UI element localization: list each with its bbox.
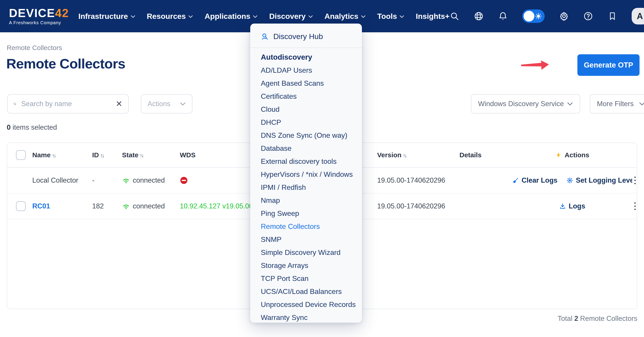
nav-menu-discovery[interactable]: Discovery [269,12,313,21]
menu-item-unprocessed-device-records[interactable]: Unprocessed Device Records [250,298,362,311]
nav-menu-label: Insights+ [416,12,449,21]
menu-item-remote-collectors[interactable]: Remote Collectors [250,220,362,233]
brand-logo[interactable]: DEVICE42 A Freshworks Company [9,7,69,25]
breadcrumb: Remote Collectors [7,44,62,52]
menu-item-nmap[interactable]: Nmap [250,194,362,207]
avatar[interactable]: A [632,8,644,25]
menu-item-ipmi-redfish[interactable]: IPMI / Redfish [250,181,362,194]
menu-item-external-discovery-tools[interactable]: External discovery tools [250,155,362,168]
menu-divider [250,48,362,48]
nav-menu-infrastructure[interactable]: Infrastructure [78,12,135,21]
header-state[interactable]: State↑↓ [122,151,143,159]
actions-label: Actions [148,100,170,108]
set-logging-icon [566,177,573,184]
header-name[interactable]: Name↑↓ [32,151,56,159]
sort-icon: ↑↓ [403,153,406,158]
wds-filter-dropdown[interactable]: Windows Discovery Service [471,94,580,114]
row-id-cell: - [92,176,94,184]
navbar-utilities: A [450,8,644,25]
select-all-checkbox[interactable] [16,150,26,160]
row-kebab-menu[interactable] [630,202,640,210]
menu-section-autodiscovery: Autodiscovery [250,51,362,64]
collector-link[interactable]: RC01 [32,202,50,210]
chevron-down-icon [308,15,313,18]
theme-toggle[interactable] [522,10,545,23]
wds-blocked-icon [180,176,188,184]
globe-icon[interactable] [474,11,484,21]
more-filters-dropdown[interactable]: More Filters [590,94,644,114]
row-state-cell: connected [122,176,165,184]
chevron-down-icon [180,102,186,106]
action-logs[interactable]: Logs [559,202,585,210]
search-icon[interactable] [450,11,460,21]
menu-item-warranty-sync[interactable]: Warranty Sync [250,311,362,324]
bookmark-icon[interactable] [608,11,617,21]
actions-dropdown[interactable]: Actions [141,94,192,114]
nav-menu-label: Applications [204,12,250,21]
clear-search-icon[interactable]: ✕ [116,100,122,108]
menu-item-tcp-port-scan[interactable]: TCP Port Scan [250,272,362,285]
chevron-down-icon [361,15,366,18]
row-kebab-menu[interactable] [630,177,640,184]
discovery-menu-list: AutodiscoveryAD/LDAP UsersAgent Based Sc… [250,51,362,324]
menu-item-ad-ldap-users[interactable]: AD/LDAP Users [250,64,362,77]
menu-item-certificates[interactable]: Certificates [250,90,362,103]
nav-menu-applications[interactable]: Applications [204,12,258,21]
nav-menu-insights-[interactable]: Insights+ [416,12,449,21]
wifi-connected-icon [122,176,130,184]
generate-otp-button[interactable]: Generate OTP [578,54,640,76]
row-wds-cell: 10.92.45.127 v19.05.00.1 [180,202,259,210]
sort-icon: ↑↓ [140,153,143,158]
action-label: Logs [569,202,585,210]
page-title: Remote Collectors [6,56,125,72]
brand-wordmark: DEVICE42 [9,7,69,19]
row-checkbox[interactable] [16,201,26,211]
row-name-cell: RC01 [32,202,50,210]
search-input-icon [14,100,16,108]
discovery-dropdown-menu: Discovery Hub AutodiscoveryAD/LDAP Users… [250,24,362,323]
nav-menu-resources[interactable]: Resources [147,12,193,21]
nav-menu-label: Resources [147,12,186,21]
bell-icon[interactable] [498,11,508,21]
sun-icon [535,13,542,21]
toggle-knob [524,11,534,22]
menu-item-discovery-hub[interactable]: Discovery Hub [250,29,362,45]
help-icon[interactable] [583,11,593,21]
action-label: Clear Logs [522,176,558,184]
action-clear-logs[interactable]: Clear Logs [512,176,558,184]
download-logs-icon [559,203,566,210]
kebab-icon [634,202,636,210]
header-version[interactable]: Version↑↓ [377,151,406,159]
row-checkbox-cell [16,201,26,211]
action-label: Set Logging Level [576,176,632,184]
header-details: Details [460,151,482,159]
nav-menu-analytics[interactable]: Analytics [324,12,366,21]
row-actions-cell: Clear LogsSet Logging Level [500,176,644,184]
menu-item-database[interactable]: Database [250,142,362,155]
menu-item-cloud[interactable]: Cloud [250,103,362,116]
gear-icon[interactable] [559,11,569,21]
wifi-connected-icon [122,202,130,210]
menu-item-storage-arrays[interactable]: Storage Arrays [250,259,362,272]
nav-menu-tools[interactable]: Tools [377,12,404,21]
menu-item-dhcp[interactable]: DHCP [250,116,362,129]
menu-item-agent-based-scans[interactable]: Agent Based Scans [250,77,362,90]
menu-item-ucs-aci-load-balancers[interactable]: UCS/ACI/Load Balancers [250,285,362,298]
action-set-logging-level[interactable]: Set Logging Level [566,176,632,184]
nav-menu-label: Analytics [324,12,358,21]
search-input[interactable] [21,100,111,108]
more-filters-label: More Filters [597,100,634,108]
annotation-arrow-icon [521,59,549,71]
menu-item-hypervisors-nix-windows[interactable]: HyperVisors / *nix / Windows [250,168,362,181]
menu-item-simple-discovery-wizard[interactable]: Simple Discovery Wizard [250,246,362,259]
discovery-hub-icon [261,33,269,41]
header-wds[interactable]: WDS [180,151,196,159]
row-version-cell: 19.05.00-1740620296 [377,176,445,184]
state-label: connected [133,202,165,210]
menu-item-ping-sweep[interactable]: Ping Sweep [250,207,362,220]
menu-item-snmp[interactable]: SNMP [250,233,362,246]
menu-item-dns-zone-sync-one-way-[interactable]: DNS Zone Sync (One way) [250,129,362,142]
header-id[interactable]: ID↑↓ [92,151,104,159]
total-count-text: Total 2 Remote Collectors [558,314,637,323]
state-label: connected [133,176,165,184]
